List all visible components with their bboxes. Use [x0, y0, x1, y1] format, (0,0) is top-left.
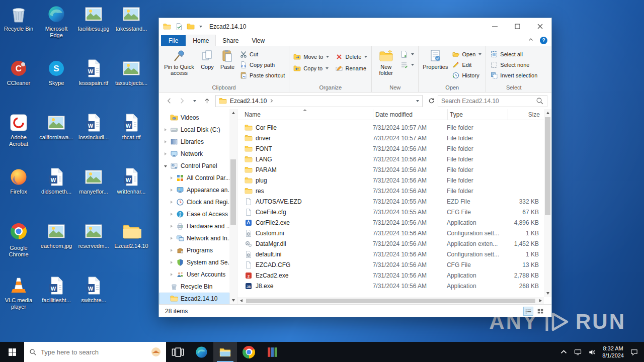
details-view-button[interactable]: [523, 307, 533, 316]
desktop-icon-recycle-bin[interactable]: Recycle Bin: [1, 4, 37, 32]
desktop-icon-facilitiesht[interactable]: Wfacilitiesht...: [38, 276, 74, 304]
file-row-datamgr-dll[interactable]: DataMgr.dll7/31/2024 10:56 AMApplication…: [237, 238, 544, 249]
forward-button[interactable]: [176, 95, 188, 107]
desktop-icon-ccleaner[interactable]: CCCleaner: [1, 58, 37, 86]
tab-home[interactable]: Home: [186, 35, 216, 46]
file-row-param[interactable]: PARAM7/31/2024 10:56 AMFile folder: [237, 164, 544, 175]
breadcrumb[interactable]: Ezcad2.14.10: [215, 95, 423, 107]
chevron-right-icon[interactable]: [163, 140, 168, 143]
desktop-icon-lossincludi[interactable]: Wlossincludi...: [75, 113, 112, 141]
network-icon[interactable]: [574, 348, 582, 356]
nav-item-user-accounts[interactable]: User Accounts: [159, 268, 229, 281]
file-row-lang[interactable]: LANG7/31/2024 10:56 AMFile folder: [237, 154, 544, 164]
chevron-right-icon[interactable]: [169, 237, 174, 240]
chevron-right-icon[interactable]: [169, 176, 174, 179]
taskbar-clock[interactable]: 8:32 AM 8/1/2024: [602, 345, 624, 359]
desktop-icon-didsometh[interactable]: Wdidsometh...: [38, 167, 74, 195]
chevron-right-icon[interactable]: [169, 261, 174, 264]
nav-item-local-disk-c[interactable]: Local Disk (C:): [159, 124, 229, 136]
desktop-icon-lessspain-rtf[interactable]: Wlessspain.rtf: [75, 58, 112, 86]
taskbar-chrome-icon[interactable]: [237, 342, 261, 362]
scroll-right-icon[interactable]: [537, 297, 544, 304]
back-button[interactable]: [163, 95, 175, 107]
desktop-icon-taxsubjects[interactable]: taxsubjects...: [113, 58, 149, 86]
nav-item-system-and-se[interactable]: System and Se...: [159, 256, 229, 268]
copy-path-button[interactable]: Copy path: [238, 60, 286, 70]
nav-item-control-panel[interactable]: Control Panel: [159, 160, 229, 172]
chevron-right-icon[interactable]: [169, 225, 174, 228]
desktop-icon-microsoft-edge[interactable]: Microsoft Edge: [38, 4, 74, 39]
scroll-down-icon[interactable]: [229, 297, 237, 304]
cut-button[interactable]: Cut: [238, 49, 286, 59]
desktop-icon-skype[interactable]: SSkype: [38, 58, 74, 86]
properties-button[interactable]: Properties: [421, 48, 449, 71]
file-row-j8-exe[interactable]: J8J8.exe7/31/2024 10:56 AMApplication268…: [237, 281, 544, 291]
help-icon[interactable]: ?: [540, 37, 547, 44]
file-row-autosave-ezd[interactable]: AUTOSAVE.EZD7/31/2024 10:55 AMEZD File33…: [237, 196, 544, 207]
taskbar-pinned-app-icon[interactable]: [261, 342, 284, 362]
collapse-ribbon-chevron-icon[interactable]: [528, 37, 534, 44]
open-button[interactable]: Open: [450, 49, 483, 59]
tab-view[interactable]: View: [245, 35, 271, 46]
copy-to-button[interactable]: Copy to: [292, 63, 331, 73]
desktop-icon-vlc-media-player[interactable]: VLC media player: [1, 276, 37, 310]
tab-share[interactable]: Share: [216, 35, 245, 46]
file-row-res[interactable]: res7/31/2024 10:56 AMFile folder: [237, 186, 544, 196]
explorer-search-box[interactable]: [438, 95, 547, 107]
chevron-right-icon[interactable]: [163, 152, 168, 155]
file-list-horizontal-scrollbar[interactable]: [237, 297, 544, 304]
thumbnails-view-button[interactable]: [535, 307, 545, 316]
task-view-button[interactable]: [166, 342, 190, 362]
scrollbar-thumb[interactable]: [230, 159, 236, 225]
file-row-driver[interactable]: driver7/31/2024 10:57 AMFile folder: [237, 133, 544, 143]
scroll-up-icon[interactable]: [229, 109, 237, 117]
new-folder-button[interactable]: New folder: [374, 48, 397, 77]
taskbar-edge-icon[interactable]: [190, 342, 213, 362]
taskbar-file-explorer-icon[interactable]: [213, 342, 237, 362]
scroll-up-icon[interactable]: [544, 109, 551, 117]
desktop-icon-google-chrome[interactable]: Google Chrome: [1, 221, 37, 258]
chevron-right-icon[interactable]: [169, 189, 174, 192]
desktop-icon-facilitiesu-jpg[interactable]: facilitiesu.jpg: [75, 4, 112, 32]
desktop-icon-adobe-acrobat[interactable]: Adobe Acrobat: [1, 113, 37, 147]
file-row-plug[interactable]: plug7/31/2024 10:56 AMFile folder: [237, 175, 544, 186]
tab-file[interactable]: File: [161, 35, 186, 46]
select-none-button[interactable]: Select none: [489, 60, 539, 70]
nav-item-network[interactable]: Network: [159, 148, 229, 160]
desktop-icon-writtenhar[interactable]: Wwrittenhar...: [113, 167, 149, 195]
desktop-icon-eachcom-jpg[interactable]: eachcom.jpg: [38, 221, 74, 249]
scrollbar-thumb[interactable]: [545, 117, 550, 215]
history-button[interactable]: History: [450, 70, 483, 80]
file-row-custom-ini[interactable]: Custom.ini7/31/2024 10:56 AMConfiguratio…: [237, 228, 544, 238]
file-row-corfile2-exe[interactable]: CorFile2.exe7/31/2024 10:56 AMApplicatio…: [237, 217, 544, 228]
nav-item-network-and-in[interactable]: Network and In...: [159, 232, 229, 244]
select-all-button[interactable]: Select all: [489, 49, 539, 59]
nav-item-libraries[interactable]: Libraries: [159, 136, 229, 148]
taskbar-search[interactable]: [24, 342, 166, 362]
file-row-default-ini[interactable]: default.ini7/31/2024 10:56 AMConfigurati…: [237, 249, 544, 259]
nav-item-recycle-bin[interactable]: Recycle Bin: [159, 281, 229, 293]
recent-locations-chevron-icon[interactable]: [188, 95, 200, 107]
breadcrumb-chevron-icon[interactable]: [269, 99, 273, 103]
file-row-ezcad-cfg[interactable]: EZCAD.CFG7/31/2024 10:56 AMCFG File13 KB: [237, 259, 544, 270]
file-row-font[interactable]: FONT7/31/2024 10:56 AMFile folder: [237, 143, 544, 154]
desktop-icon-reservedm[interactable]: reservedm...: [75, 221, 112, 249]
invert-selection-button[interactable]: Invert selection: [489, 70, 539, 80]
explorer-search-input[interactable]: [441, 98, 533, 105]
desktop-icon-thcat-rtf[interactable]: Wthcat.rtf: [113, 113, 149, 141]
paste-button[interactable]: Paste: [218, 48, 237, 71]
nav-item-programs[interactable]: Programs: [159, 244, 229, 256]
navigation-scrollbar[interactable]: [229, 109, 237, 304]
nav-item-videos[interactable]: Videos: [159, 112, 229, 124]
scroll-left-icon[interactable]: [237, 297, 245, 304]
file-list-vertical-scrollbar[interactable]: [544, 109, 551, 297]
chevron-right-icon[interactable]: [163, 128, 168, 131]
new-item-button[interactable]: [398, 49, 416, 59]
pin-to-quick-access-button[interactable]: Pin to Quick access: [162, 48, 197, 77]
easy-access-button[interactable]: [398, 60, 416, 70]
column-header-size[interactable]: Size: [508, 109, 545, 120]
tray-chevron-up-icon[interactable]: [560, 348, 568, 356]
refresh-button[interactable]: [425, 95, 437, 107]
taskbar-search-input[interactable]: [41, 348, 147, 356]
copy-button[interactable]: Copy: [198, 48, 217, 71]
